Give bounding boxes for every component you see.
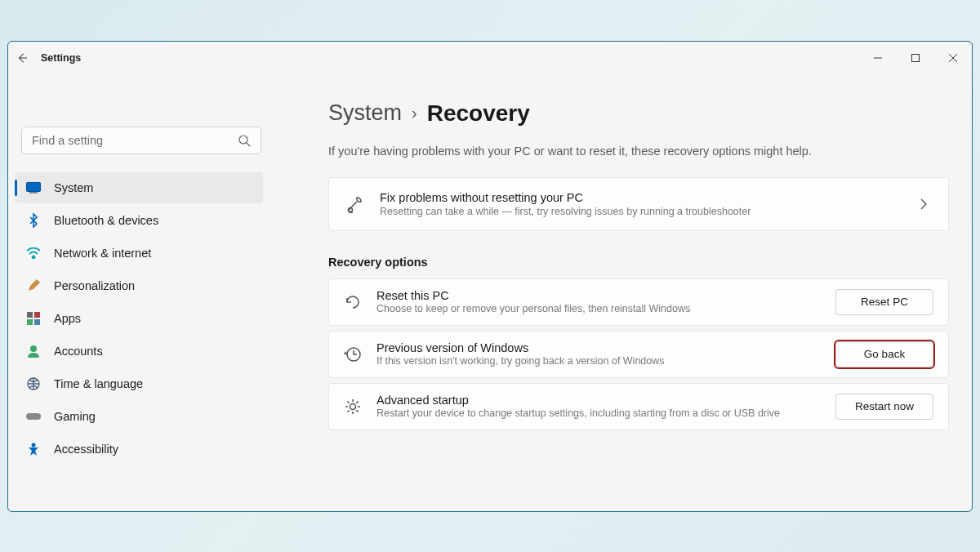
svg-rect-6 — [34, 312, 40, 318]
fix-problems-card[interactable]: Fix problems without resetting your PC R… — [328, 177, 949, 231]
sidebar-item-system[interactable]: System — [15, 172, 263, 203]
sidebar-item-label: System — [54, 181, 93, 194]
go-back-card: Previous version of Windows If this vers… — [328, 331, 949, 378]
fix-card-desc: Resetting can take a while — first, try … — [380, 206, 920, 217]
chevron-right-icon — [920, 198, 932, 210]
sidebar-item-accounts[interactable]: Accounts — [15, 336, 263, 367]
svg-rect-5 — [27, 312, 33, 318]
arrow-left-icon — [16, 52, 28, 64]
titlebar: Settings — [8, 42, 972, 74]
svg-rect-8 — [34, 319, 40, 325]
accessibility-icon — [26, 443, 41, 456]
window-controls — [859, 45, 972, 71]
svg-rect-3 — [29, 192, 38, 194]
svg-point-15 — [350, 403, 356, 409]
svg-point-1 — [239, 136, 247, 144]
sidebar-item-label: Network & internet — [54, 247, 151, 260]
svg-point-12 — [32, 443, 36, 447]
sidebar-item-label: Gaming — [54, 410, 96, 423]
sidebar-item-network[interactable]: Network & internet — [15, 238, 263, 269]
fix-card-title: Fix problems without resetting your PC — [380, 191, 920, 204]
svg-rect-7 — [27, 319, 33, 325]
reset-title: Reset this PC — [376, 289, 835, 302]
back-button[interactable] — [16, 52, 28, 64]
svg-point-4 — [33, 256, 35, 258]
svg-rect-0 — [912, 54, 920, 61]
sidebar-item-apps[interactable]: Apps — [15, 303, 263, 334]
reset-pc-card: Reset this PC Choose to keep or remove y… — [328, 278, 949, 326]
wrench-icon — [345, 195, 363, 213]
go-back-button[interactable]: Go back — [835, 341, 933, 367]
svg-point-9 — [30, 345, 37, 352]
sidebar-item-label: Accessibility — [54, 443, 118, 456]
previous-title: Previous version of Windows — [376, 341, 835, 354]
svg-rect-2 — [27, 182, 41, 191]
sidebar-item-label: Accounts — [54, 345, 103, 358]
minimize-icon — [874, 54, 882, 62]
accounts-icon — [26, 345, 41, 358]
gear-icon — [344, 398, 362, 416]
search-icon — [238, 134, 251, 147]
reset-desc: Choose to keep or remove your personal f… — [376, 303, 835, 314]
history-icon — [344, 345, 362, 363]
svg-rect-11 — [26, 413, 41, 420]
globe-icon — [26, 377, 41, 390]
app-title: Settings — [41, 52, 81, 64]
recovery-options-heading: Recovery options — [328, 256, 949, 269]
sidebar-item-label: Apps — [54, 312, 81, 325]
sidebar-item-label: Bluetooth & devices — [54, 214, 158, 227]
minimize-button[interactable] — [859, 45, 897, 71]
previous-desc: If this version isn't working, try going… — [376, 355, 835, 367]
svg-point-13 — [349, 207, 353, 211]
close-icon — [949, 54, 957, 62]
search-input[interactable]: Find a setting — [21, 127, 261, 154]
advanced-title: Advanced startup — [376, 394, 835, 407]
maximize-button[interactable] — [897, 45, 934, 71]
intro-note: If you're having problems with your PC o… — [328, 145, 949, 158]
sidebar: Find a setting System — [8, 74, 270, 511]
reset-pc-button[interactable]: Reset PC — [835, 289, 933, 315]
sidebar-item-personalization[interactable]: Personalization — [15, 270, 263, 301]
sidebar-item-label: Time & language — [54, 377, 143, 390]
chevron-right-icon: › — [412, 104, 417, 122]
maximize-icon — [911, 54, 920, 62]
apps-icon — [26, 312, 41, 325]
restart-now-button[interactable]: Restart now — [835, 394, 933, 420]
breadcrumb-parent[interactable]: System — [328, 100, 402, 126]
settings-window: Settings Find a setting — [7, 41, 973, 512]
advanced-startup-card: Advanced startup Restart your device to … — [328, 383, 949, 430]
sidebar-item-accessibility[interactable]: Accessibility — [15, 434, 263, 465]
brush-icon — [26, 279, 41, 292]
breadcrumb: System › Recovery — [328, 100, 949, 127]
sidebar-item-time-language[interactable]: Time & language — [15, 368, 263, 399]
system-icon — [26, 182, 41, 194]
advanced-desc: Restart your device to change startup se… — [376, 407, 835, 419]
breadcrumb-current: Recovery — [427, 100, 530, 127]
bluetooth-icon — [26, 213, 41, 228]
sidebar-item-gaming[interactable]: Gaming — [15, 401, 263, 432]
sidebar-item-bluetooth[interactable]: Bluetooth & devices — [15, 205, 263, 236]
gaming-icon — [26, 412, 41, 421]
wifi-icon — [26, 247, 41, 259]
close-button[interactable] — [934, 45, 972, 71]
sidebar-item-label: Personalization — [54, 279, 135, 292]
main-content: System › Recovery If you're having probl… — [270, 74, 972, 511]
reset-icon — [344, 293, 362, 311]
search-placeholder: Find a setting — [32, 134, 103, 147]
